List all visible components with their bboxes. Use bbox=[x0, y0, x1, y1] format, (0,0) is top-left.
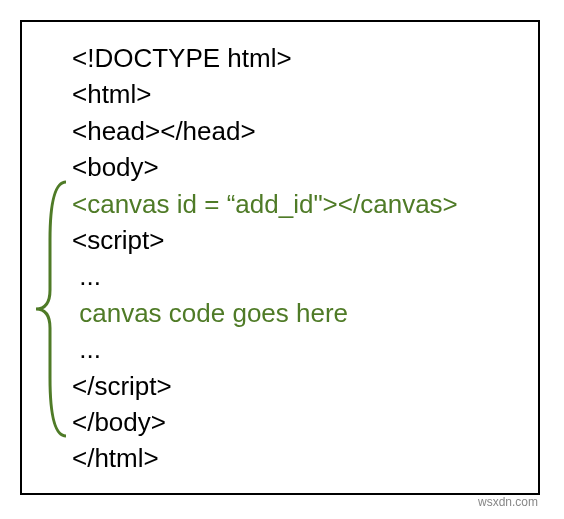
code-line-6: <script> bbox=[72, 222, 528, 258]
code-line-10: </script> bbox=[72, 368, 528, 404]
code-line-7: ... bbox=[72, 258, 528, 294]
code-line-9: ... bbox=[72, 331, 528, 367]
code-line-12: </html> bbox=[72, 440, 528, 476]
code-line-4: <body> bbox=[72, 149, 528, 185]
code-line-5: <canvas id = “add_id"></canvas> bbox=[72, 186, 528, 222]
code-line-11: </body> bbox=[72, 404, 528, 440]
brace-icon bbox=[32, 180, 72, 438]
code-line-3: <head></head> bbox=[72, 113, 528, 149]
code-line-8: canvas code goes here bbox=[72, 295, 528, 331]
code-line-1: <!DOCTYPE html> bbox=[72, 40, 528, 76]
watermark: wsxdn.com bbox=[478, 494, 538, 511]
code-line-2: <html> bbox=[72, 76, 528, 112]
code-diagram: <!DOCTYPE html> <html> <head></head> <bo… bbox=[20, 20, 540, 495]
